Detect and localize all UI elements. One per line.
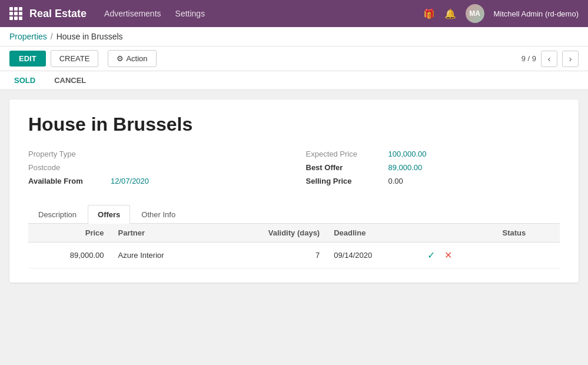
selling-price-row: Selling Price 0.00: [306, 177, 560, 185]
col-price: Price: [28, 224, 111, 243]
fields-left: Property Type Postcode Available From 12…: [28, 150, 283, 190]
breadcrumb-current: House in Brussels: [57, 32, 123, 41]
tab-description[interactable]: Description: [28, 205, 87, 224]
gear-icon: ⚙: [117, 54, 124, 63]
table-header-row: Price Partner Validity (days) Deadline S…: [28, 224, 560, 243]
next-button[interactable]: ›: [562, 51, 579, 67]
accept-offer-button[interactable]: ✓: [424, 248, 438, 262]
postcode-row: Postcode: [28, 163, 283, 172]
offer-action-buttons: ✓ ✕: [417, 243, 495, 268]
breadcrumb-parent[interactable]: Properties: [9, 32, 47, 41]
fields-right: Expected Price 100,000.00 Best Offer 89,…: [306, 150, 560, 190]
selling-price-label: Selling Price: [306, 177, 388, 185]
status-bar: SOLD CANCEL: [0, 71, 588, 90]
available-from-row: Available From 12/07/2020: [28, 177, 283, 185]
grid-menu-icon[interactable]: [9, 7, 22, 20]
action-bar: EDIT CREATE ⚙ Action 9 / 9 ‹ ›: [0, 47, 588, 71]
selling-price-value: 0.00: [388, 177, 403, 185]
tabs-row: Description Offers Other Info: [28, 204, 560, 224]
best-offer-value: 89,000.00: [388, 163, 423, 172]
expected-price-value: 100,000.00: [388, 150, 427, 158]
property-title: House in Brussels: [28, 114, 560, 135]
offer-validity: 7: [214, 243, 327, 268]
sold-button[interactable]: SOLD: [9, 74, 40, 87]
bell-icon[interactable]: 🔔: [444, 8, 456, 19]
col-status: Status: [495, 224, 560, 243]
table-row: 89,000.00 Azure Interior 7 09/14/2020 ✓ …: [28, 243, 560, 268]
best-offer-row: Best Offer 89,000.00: [306, 163, 560, 172]
user-label: Mitchell Admin (rd-demo): [494, 9, 579, 18]
offer-status: [495, 243, 560, 268]
breadcrumb: Properties / House in Brussels: [0, 27, 588, 47]
app-brand: Real Estate: [29, 8, 87, 20]
edit-button[interactable]: EDIT: [9, 51, 46, 67]
topnav-links: Advertisements Settings: [104, 9, 423, 18]
col-deadline: Deadline: [327, 224, 417, 243]
main-content: House in Brussels Property Type Postcode…: [0, 90, 588, 292]
offers-table: Price Partner Validity (days) Deadline S…: [28, 224, 560, 268]
property-type-label: Property Type: [28, 150, 111, 158]
breadcrumb-separator: /: [51, 32, 53, 41]
refuse-offer-button[interactable]: ✕: [441, 248, 456, 262]
action-button[interactable]: ⚙ Action: [108, 50, 156, 67]
nav-arrows: 9 / 9 ‹ ›: [521, 51, 579, 67]
gift-icon[interactable]: 🎁: [423, 8, 435, 19]
col-partner: Partner: [111, 224, 214, 243]
avatar[interactable]: MA: [466, 4, 484, 23]
form-card: House in Brussels Property Type Postcode…: [9, 99, 579, 283]
nav-link-settings[interactable]: Settings: [175, 9, 205, 18]
topnav-right: 🎁 🔔 MA Mitchell Admin (rd-demo): [423, 4, 579, 23]
cancel-button[interactable]: CANCEL: [49, 74, 91, 87]
offer-price: 89,000.00: [28, 243, 111, 268]
fields-row: Property Type Postcode Available From 12…: [28, 150, 560, 190]
col-actions: [417, 224, 495, 243]
create-button[interactable]: CREATE: [51, 50, 99, 67]
postcode-label: Postcode: [28, 163, 111, 172]
best-offer-label: Best Offer: [306, 163, 388, 172]
nav-link-advertisements[interactable]: Advertisements: [104, 9, 161, 18]
nav-count: 9 / 9: [521, 54, 536, 63]
available-from-value: 12/07/2020: [111, 177, 149, 185]
tab-other-info[interactable]: Other Info: [131, 205, 185, 224]
col-validity: Validity (days): [214, 224, 327, 243]
available-from-label: Available From: [28, 177, 111, 185]
topnav: Real Estate Advertisements Settings 🎁 🔔 …: [0, 0, 588, 27]
tab-offers[interactable]: Offers: [88, 205, 130, 224]
property-type-row: Property Type: [28, 150, 283, 158]
prev-button[interactable]: ‹: [541, 51, 557, 67]
expected-price-label: Expected Price: [306, 150, 388, 158]
action-button-label: Action: [126, 54, 147, 63]
offer-partner: Azure Interior: [111, 243, 214, 268]
offer-deadline: 09/14/2020: [327, 243, 417, 268]
expected-price-row: Expected Price 100,000.00: [306, 150, 560, 158]
